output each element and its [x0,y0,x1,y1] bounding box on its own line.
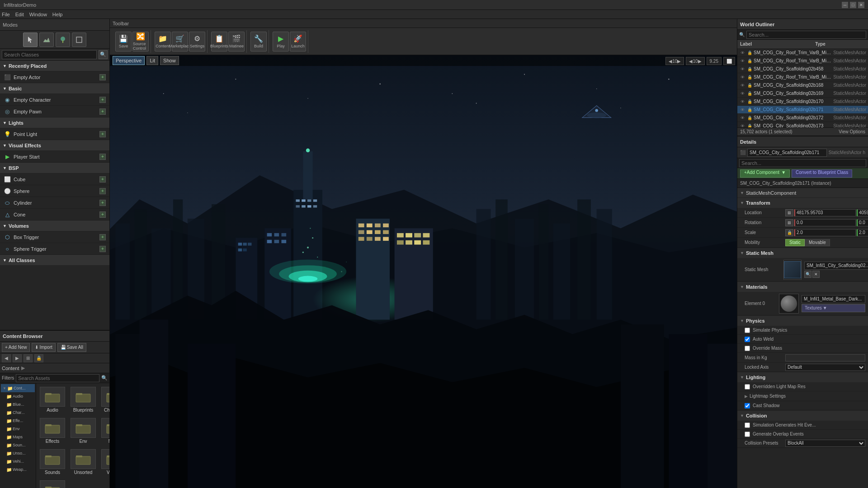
lock-icon-0[interactable]: 🔒 [746,50,753,56]
lighting-section-header[interactable]: ▼ Lighting [737,372,868,382]
add-sphere-btn[interactable]: + [99,188,106,194]
lit-btn[interactable]: Lit [146,56,158,65]
scale-y-input[interactable] [857,229,868,236]
actor-name-input[interactable] [747,149,827,157]
physics-section-header[interactable]: ▼ Physics [737,316,868,326]
location-x-input[interactable] [794,209,856,216]
cast-shadow-checkbox[interactable] [745,403,750,408]
mesh-browse-btn[interactable]: 🔍 [804,271,811,278]
viewport-maximize-btn[interactable]: ⬜ [723,57,735,65]
outliner-row-2[interactable]: 👁 🔒 SM_COG_City_Scaffolding02b458 Static… [737,65,868,73]
outliner-row-7[interactable]: 👁 🔒 SM_COG_City_Scaffolding02b171 Static… [737,106,868,114]
lock-icon-4[interactable]: 🔒 [746,82,753,89]
place-item-box-trigger[interactable]: ⬡ Box Trigger + [0,231,109,243]
static-mesh-section-header[interactable]: ▼ Static Mesh [737,248,868,258]
tree-item-unsorted[interactable]: 📁 Unso... [1,449,35,457]
locked-axis-select[interactable]: Default X Y Z [785,364,865,371]
add-new-button[interactable]: +Add New [2,343,30,352]
transform-section-header[interactable]: ▼ Transform [737,198,868,208]
eye-icon-4[interactable]: 👁 [739,82,745,89]
play-button[interactable]: ▶ Play [273,32,289,52]
add-component-button[interactable]: +Add Component▼ [740,169,790,178]
place-item-cone[interactable]: △ Cone + [0,209,109,221]
rotation-x-input[interactable] [794,219,856,226]
scale-x-input[interactable] [794,229,856,236]
convert-to-blueprint-button[interactable]: Convert to Blueprint Class [792,169,852,178]
search-classes-input[interactable] [2,50,97,59]
details-search-input[interactable] [739,159,866,167]
place-item-point-light[interactable]: 💡 Point Light + [0,128,109,140]
source-control-button[interactable]: 🔀 Source Control [132,32,149,52]
recently-placed-header[interactable]: ▼ Recently Placed [0,61,109,71]
tree-item-maps[interactable]: 📁 Maps [1,433,35,441]
matinee-button[interactable]: 🎬 Matinee [228,32,245,52]
menu-help[interactable]: Help [52,12,63,17]
location-expand-btn[interactable]: ⊞ [785,209,793,216]
outliner-row-6[interactable]: 👁 🔒 SM_COG_City_Scaffolding02b170 Static… [737,98,868,106]
materials-section-header[interactable]: ▼ Materials [737,282,868,292]
outliner-row-0[interactable]: 👁 🔒 SM_COG_City_Roof_Trim_VarB_Middle419… [737,49,868,57]
outliner-row-4[interactable]: 👁 🔒 SM_COG_City_Scaffolding02b168 Static… [737,81,868,89]
eye-icon-1[interactable]: 👁 [739,58,745,64]
eye-icon-5[interactable]: 👁 [739,90,745,97]
lock-icon-1[interactable]: 🔒 [746,58,753,64]
simulate-physics-checkbox[interactable] [745,328,750,333]
build-button[interactable]: 🔧 Build [250,32,267,52]
lock-icon-2[interactable]: 🔒 [746,66,753,72]
eye-icon-0[interactable]: 👁 [739,50,745,56]
place-item-player-start[interactable]: ▶ Player Start + [0,151,109,163]
outliner-row-3[interactable]: 👁 🔒 SM_COG_City_Roof_Trim_VarB_Middle459… [737,73,868,81]
blueprints-button[interactable]: 📋 Blueprints [211,32,227,52]
eye-icon-9[interactable]: 👁 [739,123,745,128]
lights-header[interactable]: ▼ Lights [0,117,109,128]
add-sphere-trigger-btn[interactable]: + [99,246,106,252]
eye-icon-2[interactable]: 👁 [739,66,745,72]
volumes-header[interactable]: ▼ Volumes [0,221,109,231]
viewport[interactable]: Perspective Lit Show ◀10▶ ◀10▶ 9.25 ⬜ [110,55,737,488]
lock-icon-5[interactable]: 🔒 [746,90,753,97]
add-cone-btn[interactable]: + [99,211,106,218]
folder-sounds[interactable]: Sounds [38,447,67,477]
place-item-empty-pawn[interactable]: ◎ Empty Pawn + [0,106,109,117]
cb-back-btn[interactable]: ◀ [2,354,11,362]
outliner-row-5[interactable]: 👁 🔒 SM_COG_City_Scaffolding02b169 Static… [737,89,868,98]
movable-mobility-btn[interactable]: Movable [805,239,830,246]
collision-presets-select[interactable]: BlockAll NoCollision OverlapAll Custom [785,440,865,447]
tree-item-env[interactable]: 📁 Env [1,425,35,433]
tree-item-audio[interactable]: 📁 Audio [1,392,35,400]
tree-item-content[interactable]: ▼ 📁 Cont... [1,384,35,392]
window-controls[interactable]: ─ □ ✕ [842,2,864,8]
basic-header[interactable]: ▼ Basic [0,83,109,94]
eye-icon-6[interactable]: 👁 [739,99,745,105]
lock-icon-6[interactable]: 🔒 [746,99,753,105]
add-cylinder-btn[interactable]: + [99,200,106,206]
add-player-start-btn[interactable]: + [99,154,106,160]
collision-section-header[interactable]: ▼ Collision [737,411,868,421]
folder-vehicle[interactable]: Vehicle [99,447,109,477]
search-classes-button[interactable]: 🔍 [99,50,108,59]
menu-edit[interactable]: Edit [15,12,24,17]
override-mass-checkbox[interactable] [745,346,750,351]
folder-audio[interactable]: Audio [38,385,67,414]
tree-item-sounds[interactable]: 📁 Soun... [1,441,35,449]
tree-item-effects[interactable]: 📁 Effe... [1,417,35,425]
all-classes-header[interactable]: ▼ All Classes [0,255,109,266]
eye-icon-3[interactable]: 👁 [739,74,745,80]
tree-item-weapons[interactable]: 📁 Weap... [1,465,35,474]
lock-icon-3[interactable]: 🔒 [746,74,753,80]
mesh-clear-btn[interactable]: ✕ [812,271,820,278]
perspective-btn[interactable]: Perspective [113,56,145,65]
place-item-sphere[interactable]: ⚪ Sphere + [0,185,109,197]
folder-effects[interactable]: Effects [38,416,67,446]
settings-button[interactable]: ⚙ Settings [189,32,205,52]
place-icon-foliage[interactable] [56,33,70,47]
cb-lock-btn[interactable]: 🔒 [34,354,43,362]
add-empty-character-btn[interactable]: + [99,97,106,103]
bsp-header[interactable]: ▼ BSP [0,163,109,174]
menu-window[interactable]: Window [29,12,47,17]
outliner-row-8[interactable]: 👁 🔒 SM_COG_City_Scaffolding02b172 Static… [737,114,868,122]
overlap-checkbox[interactable] [745,432,750,437]
lock-icon-9[interactable]: 🔒 [746,123,753,128]
add-point-light-btn[interactable]: + [99,131,106,137]
add-empty-pawn-btn[interactable]: + [99,108,106,115]
